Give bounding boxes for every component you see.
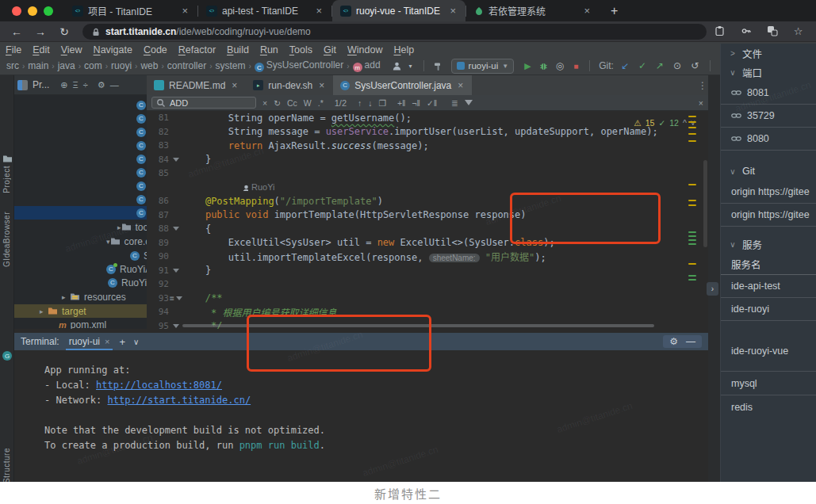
drawer-section-3[interactable]: ∨服务: [721, 235, 816, 254]
fold-region-icon[interactable]: [169, 158, 182, 162]
browser-tab[interactable]: <›项目 - TitanIDE×: [64, 0, 197, 21]
terminal-link[interactable]: http://localhost:8081/: [96, 380, 222, 391]
tree-row[interactable]: C: [14, 112, 147, 125]
git-rollback-icon[interactable]: ↺: [688, 60, 701, 71]
breadcrumb-item[interactable]: java: [58, 60, 75, 71]
editor-tab[interactable]: CSysUserController.java×: [333, 75, 472, 95]
run-button[interactable]: ▶: [522, 61, 533, 71]
drawer-section-1[interactable]: ∨端口: [721, 63, 816, 82]
close-editor-tab-icon[interactable]: ×: [230, 80, 239, 91]
reload-icon[interactable]: ↻: [52, 25, 76, 38]
search-history-icon[interactable]: ↻: [274, 98, 281, 108]
drawer-expand-icon[interactable]: ›: [707, 282, 718, 296]
tool-window-structure[interactable]: Structure: [2, 448, 11, 482]
regex-toggle[interactable]: .*: [318, 98, 324, 108]
tree-item-pom.xml[interactable]: mpom.xml: [14, 318, 147, 329]
drawer-item-ide-ruoyi-vue[interactable]: ide-ruoyi-vue: [721, 330, 816, 372]
search-input[interactable]: ADD: [151, 97, 256, 109]
gideabrowser-icon[interactable]: G: [2, 351, 12, 361]
tree-row[interactable]: C: [14, 125, 147, 139]
fold-region-icon[interactable]: [169, 269, 182, 273]
git-update-icon[interactable]: ↙: [619, 60, 631, 71]
breadcrumb-method[interactable]: madd: [353, 59, 381, 73]
search-options-icon[interactable]: ≣: [451, 98, 458, 108]
tree-item-RuoYiSer[interactable]: CRuoYiSer: [14, 276, 147, 289]
menu-git[interactable]: Git: [318, 44, 342, 55]
back-icon[interactable]: ←: [5, 25, 29, 38]
terminal-tab[interactable]: ruoyi-ui ×: [67, 334, 112, 349]
tree-item-RuoYiApp[interactable]: CRuoYiApp: [14, 262, 147, 276]
tree-row[interactable]: C: [14, 139, 147, 152]
terminal-settings-gear-icon[interactable]: ⚙: [669, 336, 678, 347]
words-toggle[interactable]: W: [304, 98, 312, 108]
close-tab-icon[interactable]: ×: [314, 5, 324, 17]
password-key-icon[interactable]: [733, 25, 759, 39]
run-config-select[interactable]: ruoyi-ui ▼: [451, 59, 515, 74]
debug-bug-icon[interactable]: [538, 61, 549, 71]
drawer-item-origin https://gitee[interactable]: origin https://gitee: [721, 181, 816, 204]
close-window-icon[interactable]: [12, 6, 21, 16]
forward-icon[interactable]: →: [29, 25, 52, 38]
close-editor-tab-icon[interactable]: ×: [317, 80, 326, 91]
drawer-section-0[interactable]: >文件: [721, 44, 816, 63]
menu-view[interactable]: View: [56, 44, 88, 55]
browser-tab[interactable]: <›ruoyi-vue - TitanIDE×: [332, 0, 465, 21]
close-find-bar-icon[interactable]: ×: [699, 98, 703, 108]
drawer-item-ide-api-test[interactable]: ide-api-test: [721, 275, 816, 298]
tool-window-gideabrowser[interactable]: GIdeaBrowser: [2, 212, 11, 267]
match-case-toggle[interactable]: Cc: [287, 98, 297, 108]
breadcrumb-item[interactable]: system: [216, 60, 246, 71]
git-push-icon[interactable]: ↗: [653, 60, 666, 71]
user-profile-icon[interactable]: [392, 61, 402, 71]
chevron-right-icon[interactable]: ▸: [40, 307, 48, 315]
tree-row[interactable]: C: [14, 166, 147, 179]
tool-window-project[interactable]: Project: [2, 166, 11, 193]
drawer-item-8080[interactable]: 8080: [721, 128, 816, 151]
terminal-dropdown-icon[interactable]: ∨: [133, 338, 139, 346]
breadcrumb-item[interactable]: com: [84, 60, 102, 71]
tree-row[interactable]: C: [14, 206, 147, 220]
select-all-occurrences-icon[interactable]: ✓‖: [427, 98, 437, 108]
prev-error-icon[interactable]: ^: [683, 118, 687, 128]
menu-tools[interactable]: Tools: [284, 44, 318, 55]
bookmark-star-icon[interactable]: ☆: [785, 25, 811, 39]
next-occurrence-icon[interactable]: ↓: [368, 98, 372, 108]
breadcrumb-item[interactable]: web: [140, 60, 158, 71]
translate-icon[interactable]: [759, 25, 785, 39]
tree-row[interactable]: C: [14, 179, 147, 193]
omnibox[interactable]: start.titanide.cn /ide/web/coding/ruoyi-…: [82, 24, 707, 40]
menu-refactor[interactable]: Refactor: [173, 44, 221, 55]
tree-row[interactable]: C: [14, 193, 147, 206]
inspection-widget[interactable]: ⚠ 15 ✓ 12 ^ ˅: [634, 118, 695, 128]
panel-settings-gear-icon[interactable]: ⚙: [98, 80, 105, 90]
fold-region-icon[interactable]: [169, 324, 182, 328]
breadcrumb-item[interactable]: main: [28, 60, 48, 71]
close-editor-tab-icon[interactable]: ×: [456, 80, 465, 91]
new-terminal-icon[interactable]: +: [119, 336, 125, 348]
fold-region-icon[interactable]: ≣: [169, 295, 182, 302]
expand-all-icon[interactable]: Ξ: [73, 80, 79, 90]
close-tab-icon[interactable]: ×: [448, 5, 458, 17]
menu-navigate[interactable]: Navigate: [88, 44, 138, 55]
project-view-icon[interactable]: [17, 80, 28, 90]
coverage-icon[interactable]: ◎: [554, 60, 566, 71]
hide-terminal-icon[interactable]: —: [686, 336, 695, 347]
git-commit-check-icon[interactable]: ✓: [636, 60, 649, 71]
browser-tab[interactable]: <›api-test - TitanIDE×: [198, 0, 331, 21]
tree-item-Swa[interactable]: CSwa: [14, 249, 147, 262]
git-history-icon[interactable]: ⊙: [671, 60, 684, 71]
menu-run[interactable]: Run: [255, 44, 284, 55]
tree-row[interactable]: C: [14, 152, 147, 166]
collapse-all-icon[interactable]: ÷: [83, 80, 88, 90]
vertical-scrollbar[interactable]: [703, 160, 707, 247]
breadcrumb-class[interactable]: CSysUserController: [255, 59, 343, 73]
editor-tab[interactable]: README.md×: [147, 75, 246, 95]
build-hammer-icon[interactable]: [433, 61, 443, 71]
drawer-item-origin https://gitee[interactable]: origin https://gitee: [721, 204, 816, 227]
new-tab-button[interactable]: +: [611, 4, 618, 18]
maximize-window-icon[interactable]: [44, 6, 53, 16]
minimize-window-icon[interactable]: [28, 6, 37, 16]
menu-file[interactable]: File: [0, 44, 27, 55]
clear-search-icon[interactable]: ×: [262, 98, 267, 108]
project-panel-title[interactable]: Pr...: [33, 79, 49, 90]
